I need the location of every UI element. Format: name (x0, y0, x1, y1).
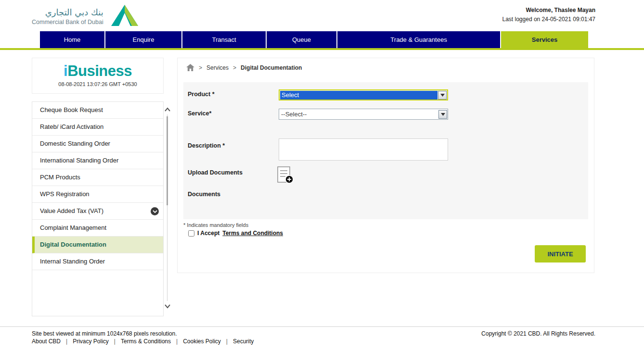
nav-tab-trade-guarantees[interactable]: Trade & Guarantees (337, 31, 500, 48)
bank-logo-text: بنك دبي التجاري Commercial Bank of Dubai (32, 7, 103, 25)
ibusiness-logo-i: i (64, 62, 67, 79)
sidebar-item-rateb-icard-activation[interactable]: Rateb/ iCard Activation (32, 119, 163, 136)
breadcrumb-current-page: Digital Documentation (241, 64, 302, 71)
footer-link-security[interactable]: Security (233, 338, 254, 345)
footer-link-about-cbd[interactable]: About CBD (32, 338, 61, 345)
sidebar-item-internal-standing-order[interactable]: Internal Standing Order (32, 253, 163, 270)
last-logged-on: Last logged on 24-05-2021 09:01:47 (502, 16, 596, 23)
sidebar-item-vat[interactable]: Value Added Tax (VAT) (32, 203, 163, 220)
mandatory-fields-note: * Indicates mandatory fields (183, 222, 248, 228)
footer-copyright: Copyright © 2021 CBD. All Rights Reserve… (481, 330, 595, 337)
documents-label: Documents (188, 191, 220, 198)
footer-divider (0, 326, 644, 327)
bank-name-english: Commercial Bank of Dubai (32, 19, 103, 25)
cbd-triangle-logo-icon (110, 4, 139, 29)
footer-link-separator: | (114, 338, 116, 345)
scroll-up-icon[interactable] (165, 105, 170, 113)
footer-link-separator: | (226, 338, 228, 345)
breadcrumb: > Services > Digital Documentation (186, 64, 302, 71)
digital-documentation-form: Product * Select Service* --Select-- Des… (183, 82, 588, 219)
sidebar-menu: Cheque Book Request Rateb/ iCard Activat… (32, 101, 164, 316)
upload-documents-button[interactable] (276, 166, 294, 184)
dropdown-arrow-icon[interactable] (438, 110, 447, 119)
description-label: Description * (188, 142, 225, 149)
breadcrumb-services[interactable]: Services (206, 64, 229, 71)
service-select[interactable]: --Select-- (279, 109, 448, 120)
bank-name-arabic: بنك دبي التجاري (32, 7, 103, 18)
breadcrumb-separator: > (233, 64, 236, 71)
sidebar-scrollbar[interactable] (164, 105, 171, 311)
session-datetime: 08-08-2021 13:07:26 GMT +0530 (32, 81, 163, 87)
initiate-button[interactable]: INITIATE (535, 245, 586, 262)
product-select-value: Select (280, 91, 438, 100)
nav-tab-home[interactable]: Home (40, 31, 104, 48)
sidebar-item-vat-label: Value Added Tax (VAT) (40, 207, 103, 214)
chevron-down-circle-icon[interactable] (151, 207, 159, 215)
footer-link-separator: | (176, 338, 178, 345)
upload-documents-label: Upload Documents (188, 169, 243, 176)
welcome-user: Welcome, Thaslee Mayan (502, 7, 596, 13)
sidebar-item-digital-documentation[interactable]: Digital Documentation (32, 237, 163, 253)
nav-tab-enquire[interactable]: Enquire (105, 31, 181, 48)
main-nav: Home Enquire Transact Queue Trade & Guar… (40, 31, 588, 48)
accept-terms-row: I Accept Terms and Conditions (188, 230, 283, 237)
sidebar-item-complaint-management[interactable]: Complaint Management (32, 220, 163, 237)
nav-tab-services[interactable]: Services (501, 31, 588, 48)
footer-links: About CBD | Privacy Policy | Terms & Con… (32, 338, 254, 345)
sidebar-item-pcm-products[interactable]: PCM Products (32, 169, 163, 186)
footer-link-terms-conditions[interactable]: Terms & Conditions (121, 338, 171, 345)
ibusiness-logo-rest: Business (67, 62, 132, 79)
ibusiness-logo: iBusiness (32, 62, 163, 80)
footer-link-cookies-policy[interactable]: Cookies Policy (183, 338, 221, 345)
header: بنك دبي التجاري Commercial Bank of Dubai… (0, 0, 644, 31)
description-input[interactable] (279, 138, 448, 161)
accept-terms-text: I Accept (197, 230, 219, 237)
footer-link-privacy-policy[interactable]: Privacy Policy (73, 338, 109, 345)
product-label: Product * (188, 91, 215, 98)
user-session-info: Welcome, Thaslee Mayan Last logged on 24… (502, 7, 596, 23)
scroll-down-icon[interactable] (165, 302, 170, 311)
sidebar-item-domestic-standing-order[interactable]: Domestic Standing Order (32, 136, 163, 152)
service-label: Service* (188, 110, 211, 117)
breadcrumb-separator: > (199, 64, 202, 71)
dropdown-arrow-icon[interactable] (438, 91, 447, 100)
sidebar-item-wps-registration[interactable]: WPS Registration (32, 186, 163, 203)
sidebar-item-international-standing-order[interactable]: International Standing Order (32, 152, 163, 169)
scrollbar-thumb[interactable] (167, 116, 168, 205)
home-icon[interactable] (186, 64, 194, 71)
accept-terms-checkbox[interactable] (188, 230, 194, 237)
service-select-value: --Select-- (280, 110, 438, 119)
nav-tab-queue[interactable]: Queue (267, 31, 336, 48)
bank-logo[interactable]: بنك دبي التجاري Commercial Bank of Dubai (32, 4, 139, 29)
nav-tab-transact[interactable]: Transact (182, 31, 266, 48)
nav-accent-line (0, 48, 644, 50)
footer-link-separator: | (66, 338, 67, 345)
product-select[interactable]: Select (279, 89, 448, 100)
sidebar-item-cheque-book-request[interactable]: Cheque Book Request (32, 102, 163, 119)
add-document-icon (276, 166, 294, 184)
services-content-card: > Services > Digital Documentation Produ… (177, 58, 594, 273)
terms-and-conditions-link[interactable]: Terms and Conditions (222, 230, 283, 237)
ibusiness-brand-card: iBusiness 08-08-2021 13:07:26 GMT +0530 (32, 58, 164, 94)
footer-resolution-note: Site best viewed at minimum 1024x768 pix… (32, 330, 177, 337)
